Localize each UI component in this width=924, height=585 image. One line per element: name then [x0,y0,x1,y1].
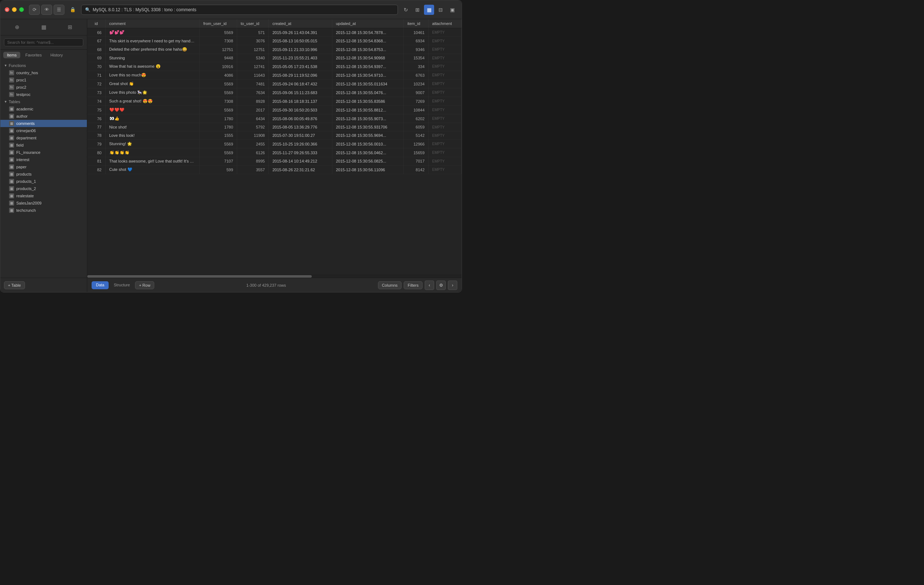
next-page-button[interactable]: › [448,280,457,290]
cell-from_user_id: 599 [200,165,237,174]
col-header-created_at[interactable]: created_at [269,19,332,28]
cell-from_user_id: 5569 [200,28,237,37]
sidebar-item-products_2[interactable]: ▦ products_2 [0,185,87,192]
grid-view-icon[interactable]: ⊞ [64,22,77,32]
tab-structure[interactable]: Structure [109,281,134,289]
traffic-lights: ✕ [5,7,24,12]
maximize-button[interactable] [19,7,24,12]
refresh-button[interactable]: ↻ [401,5,411,15]
sidebar-item-paper[interactable]: ▦ paper [0,163,87,170]
table-row[interactable]: 72 Great shot 👏 5569 7481 2015-09-24 06:… [87,80,462,88]
table-row[interactable]: 79 Stunning! 🌟 5569 2455 2015-10-25 19:2… [87,140,462,148]
database-icon[interactable]: ⊕ [11,22,24,32]
col-header-item_id[interactable]: item_id [404,19,428,28]
table-row[interactable]: 66 💕💕💕 5569 571 2015-09-26 11:43:04.391 … [87,28,462,37]
tab-favorites[interactable]: Favorites [22,52,45,58]
table-row[interactable]: 80 👏👏👏👏 5569 6126 2015-11-27 09:26:55.33… [87,148,462,157]
tab-items[interactable]: Items [3,52,20,58]
table-row[interactable]: 75 ❤️❤️❤️ 5569 2017 2015-09-30 16:50:20.… [87,106,462,114]
cell-updated_at: 2015-12-08 15:30:55.83586 [332,97,403,106]
sidebar-item-academic[interactable]: ▦ academic [0,105,87,112]
sidebar-item-department[interactable]: ▦ department [0,134,87,142]
col-header-updated_at[interactable]: updated_at [332,19,403,28]
sidebar-item-proc2[interactable]: fn proc2 [0,84,87,91]
search-input[interactable] [4,38,83,46]
col-header-comment[interactable]: comment [106,19,200,28]
split-button[interactable]: ⊟ [436,5,446,15]
col-header-attachment[interactable]: attachment [428,19,461,28]
cell-to_user_id: 6434 [237,114,269,123]
minimize-button[interactable] [12,7,16,12]
cell-item_id: 10234 [404,80,428,88]
list-button[interactable]: ☰ [54,5,64,15]
add-row-button[interactable]: + Row [135,281,155,289]
grid-button[interactable]: ⊞ [412,5,422,15]
sidebar-item-proc1[interactable]: fn proc1 [0,76,87,84]
sidebar-item-author[interactable]: ▦ author [0,112,87,120]
add-row-label: + Row [139,283,151,287]
table-row[interactable]: 71 Love this so much😍 4086 11643 2015-08… [87,71,462,80]
cell-item_id: 10844 [404,106,428,114]
sidebar-item-products_1[interactable]: ▦ products_1 [0,178,87,185]
sidebar-item-field[interactable]: ▦ field [0,142,87,149]
table-view-button[interactable]: ▦ [424,5,434,15]
table-row[interactable]: 74 Such a great shot! 😍😍 7308 8928 2015-… [87,97,462,106]
table-row[interactable]: 67 This skirt is everywhere I need to ge… [87,37,462,45]
sidebar-item-realestate[interactable]: ▦ realestate [0,192,87,199]
cell-updated_at: 2015-12-08 15:30:54.7878... [332,28,403,37]
sidebar-bottom-bar: + Table [0,278,87,292]
cell-comment: Nice shot! [106,123,200,132]
tab-data[interactable]: Data [92,281,109,289]
table-row[interactable]: 73 Love this photo 🎠🌟 5569 7634 2015-09-… [87,88,462,97]
table-row[interactable]: 81 That looks awesome, girl! Love that o… [87,157,462,165]
sidebar-item-crimejan06[interactable]: ▦ crimejan06 [0,127,87,134]
eye-button[interactable]: 👁 [41,5,52,15]
connection-bar[interactable]: 🔍 MySQL 8.0.12 : TLS : MySQL 3308 : tono… [81,5,398,15]
table-icon: ▦ [9,208,14,213]
col-header-id[interactable]: id [87,19,106,28]
cell-item_id: 7017 [404,157,428,165]
table-row[interactable]: 78 Love this look! 1555 11908 2015-07-30… [87,132,462,140]
table-row[interactable]: 70 Wow that hat is awesome 😮 10916 12741… [87,62,462,71]
sidebar-toggle-button[interactable]: ▣ [447,5,457,15]
table-icon[interactable]: ▦ [37,22,50,32]
sidebar-item-comments[interactable]: ▦ comments [0,120,87,127]
cell-comment: ❤️❤️❤️ [106,106,200,114]
filters-button[interactable]: Filters [404,281,422,289]
table-row[interactable]: 82 Cute shot 💙 599 3557 2015-08-26 22:31… [87,165,462,174]
col-header-to_user_id[interactable]: to_user_id [237,19,269,28]
functions-label: Functions [9,63,26,68]
close-button[interactable]: ✕ [5,7,10,12]
table-row[interactable]: 68 Deleted the other preferred this one … [87,45,462,54]
cell-created_at: 2015-11-27 09:26:55.333 [269,148,332,157]
table-icon: ▦ [9,128,14,133]
sidebar-item-testproc[interactable]: fn testproc [0,91,87,98]
table-row[interactable]: 69 Stunning 9448 5340 2015-11-23 15:55:2… [87,54,462,62]
cell-to_user_id: 571 [237,28,269,37]
sidebar-item-SalesJan2009[interactable]: ▦ SalesJan2009 [0,199,87,207]
cell-comment: 👏👏👏👏 [106,148,200,157]
settings-button[interactable]: ⚙ [436,280,446,290]
sidebar-item-country_hos[interactable]: fn country_hos [0,69,87,76]
row-count: 1-300 of 429,237 rows [246,283,285,287]
tab-history[interactable]: History [47,52,66,58]
sidebar-item-techcrunch[interactable]: ▦ techcrunch [0,207,87,214]
cell-from_user_id: 1780 [200,123,237,132]
table-row[interactable]: 77 Nice shot! 1780 5792 2015-08-05 13:36… [87,123,462,132]
sidebar-item-interest[interactable]: ▦ interest [0,156,87,163]
table-wrapper[interactable]: id comment from_user_id to_user_id creat… [87,19,462,275]
back-button[interactable]: ⟳ [29,5,40,15]
prev-page-button[interactable]: ‹ [425,280,434,290]
table-row[interactable]: 76 👀👍 1780 6434 2015-08-06 00:05:49.876 … [87,114,462,123]
add-table-button[interactable]: + Table [4,281,25,289]
table-name: techcrunch [16,208,36,213]
col-header-from_user_id[interactable]: from_user_id [200,19,237,28]
horizontal-scrollbar[interactable] [87,275,462,278]
sidebar-item-products[interactable]: ▦ products [0,170,87,178]
functions-section-header[interactable]: ▼ Functions [0,62,87,69]
tables-section-header[interactable]: ▼ Tables [0,98,87,105]
columns-button[interactable]: Columns [378,281,401,289]
sidebar-item-FL_insurance[interactable]: ▦ FL_insurance [0,149,87,156]
cell-from_user_id: 5569 [200,148,237,157]
cell-item_id: 15659 [404,148,428,157]
